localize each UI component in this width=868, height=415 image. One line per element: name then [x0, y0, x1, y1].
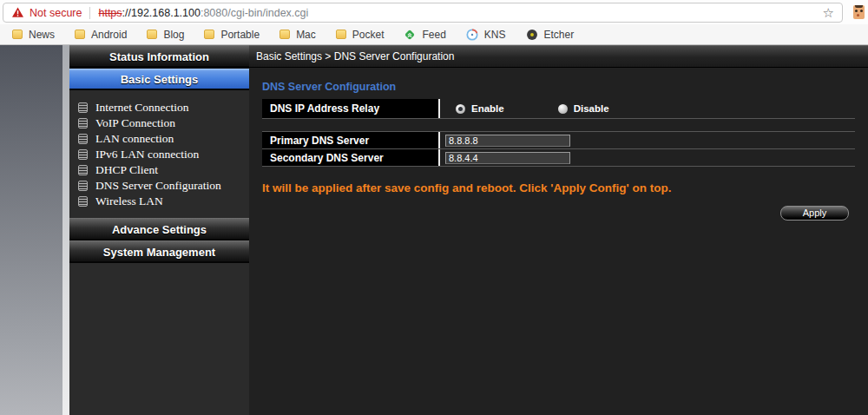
primary-dns-input[interactable] [445, 135, 570, 147]
bookmark-portable[interactable]: Portable [204, 29, 260, 41]
sidebar-item-internet-connection[interactable]: Internet Connection [78, 100, 249, 115]
sidebar-item-lan-connection[interactable]: LAN connection [78, 131, 249, 147]
sidebar-header-advance-settings[interactable]: Advance Settings [69, 218, 249, 240]
breadcrumb: Basic Settings > DNS Server Configuratio… [249, 45, 868, 68]
relay-label: DNS IP Address Relay [262, 99, 438, 118]
address-bar[interactable]: Not secure https://192.168.1.100:8080/cg… [3, 3, 843, 23]
enable-radio-group[interactable]: Enable [456, 103, 504, 114]
bookmark-pocket[interactable]: Pocket [336, 29, 385, 41]
address-row: Not secure https://192.168.1.100:8080/cg… [0, 0, 868, 24]
bookmark-android[interactable]: Android [75, 29, 127, 41]
secondary-dns-input[interactable] [445, 152, 570, 164]
sidebar-header-system-management[interactable]: System Management [69, 240, 249, 263]
bookmark-mac[interactable]: Mac [279, 29, 316, 41]
table-row: DNS IP Address Relay Enable Disable [262, 99, 855, 119]
url-path: :8080/cgi-bin/index.cgi [201, 7, 308, 19]
bookmark-kns[interactable]: KNS [466, 29, 506, 41]
router-admin-page: Status Information Basic Settings Intern… [0, 45, 868, 415]
bookmark-etcher[interactable]: Etcher [526, 29, 575, 41]
warning-icon [11, 7, 24, 18]
folder-icon [147, 30, 157, 39]
sidebar-header-basic-settings[interactable]: Basic Settings [69, 68, 249, 90]
folder-icon [204, 30, 214, 39]
folder-icon [12, 30, 23, 39]
sidebar-item-wireless-lan[interactable]: Wireless LAN [78, 194, 249, 209]
enable-radio-label: Enable [471, 103, 504, 114]
sidebar-item-dns-server-configuration[interactable]: DNS Server Configuration [78, 178, 249, 194]
address-divider [89, 7, 90, 19]
folder-icon [336, 30, 346, 39]
main-content: Basic Settings > DNS Server Configuratio… [249, 45, 868, 415]
list-icon [78, 134, 88, 144]
folder-icon [279, 30, 290, 39]
page-left-strip [62, 45, 69, 415]
apply-notice: It will be applied after save config and… [262, 181, 868, 194]
url-scheme: https [98, 7, 122, 19]
disable-radio[interactable] [558, 104, 568, 114]
url-separator: :// [122, 7, 131, 19]
feed-icon [404, 29, 416, 41]
list-icon [78, 165, 88, 175]
sidebar-item-ipv6-lan-connection[interactable]: IPv6 LAN connection [78, 147, 249, 162]
bookmarks-bar: News Android Blog Portable Mac Pocket [0, 24, 868, 45]
clock-icon [466, 29, 478, 41]
extension-icon[interactable] [853, 5, 865, 19]
disable-radio-label: Disable [574, 103, 609, 114]
list-icon [78, 149, 88, 160]
table-row: Primary DNS Server [262, 132, 855, 149]
list-icon [78, 118, 88, 128]
bookmark-star-icon[interactable]: ☆ [823, 6, 834, 19]
primary-dns-label: Primary DNS Server [262, 132, 438, 148]
url-host: 192.168.1.100 [131, 7, 201, 19]
page-left-gutter [0, 45, 62, 415]
sidebar-item-voip-connection[interactable]: VoIP Connection [78, 115, 249, 131]
sidebar-header-status-information[interactable]: Status Information [69, 45, 249, 68]
browser-chrome: Not secure https://192.168.1.100:8080/cg… [0, 0, 868, 45]
url-text[interactable]: https://192.168.1.100:8080/cgi-bin/index… [98, 7, 308, 19]
list-icon [78, 181, 88, 191]
secondary-dns-label: Secondary DNS Server [262, 149, 438, 166]
etcher-icon [526, 29, 538, 41]
disable-radio-group[interactable]: Disable [558, 103, 609, 114]
sidebar-menu: Internet Connection VoIP Connection LAN … [69, 90, 249, 218]
bookmark-blog[interactable]: Blog [147, 29, 184, 41]
enable-radio[interactable] [456, 104, 465, 114]
table-row: Secondary DNS Server [262, 149, 855, 167]
bookmark-news[interactable]: News [12, 29, 55, 41]
folder-icon [75, 30, 85, 39]
sidebar-item-dhcp-client[interactable]: DHCP Client [78, 162, 249, 178]
bookmark-feed[interactable]: Feed [404, 29, 445, 41]
sidebar: Status Information Basic Settings Intern… [69, 45, 249, 415]
security-chip[interactable]: Not secure [30, 7, 82, 19]
dns-servers-table: Primary DNS Server Secondary DNS Server [262, 131, 855, 167]
relay-table: DNS IP Address Relay Enable Disable [262, 99, 855, 119]
apply-button[interactable]: Apply [780, 206, 849, 221]
list-icon [78, 102, 88, 113]
page-title: DNS Server Configuration [262, 81, 868, 93]
list-icon [78, 196, 88, 207]
